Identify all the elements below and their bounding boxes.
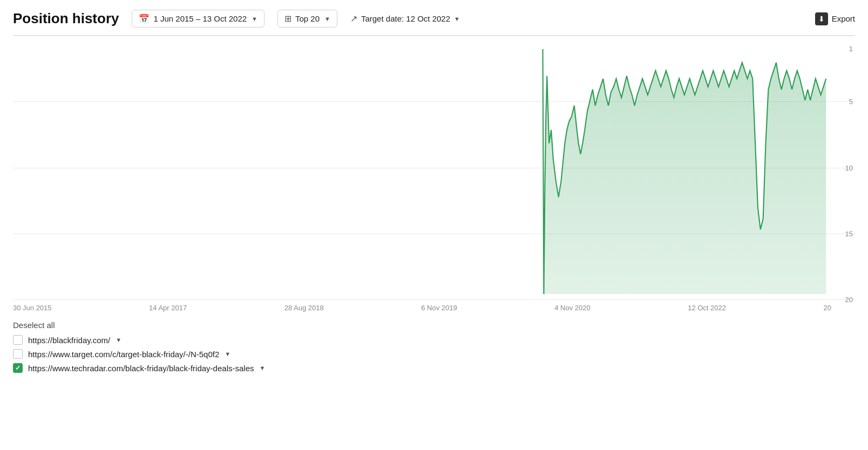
- export-label: Export: [832, 14, 855, 23]
- url-item-3: https://www.techradar.com/black-friday/b…: [13, 363, 855, 373]
- target-date-caret: ▼: [454, 16, 460, 22]
- top-caret: ▼: [324, 16, 330, 22]
- y-axis: 1 5 10 15 20: [831, 36, 855, 299]
- url-checkbox-2[interactable]: [13, 349, 23, 359]
- date-range-picker[interactable]: 📅 1 Jun 2015 – 13 Oct 2022 ▼: [132, 10, 265, 28]
- url-caret-3[interactable]: ▼: [260, 365, 266, 371]
- chart-area: 1 5 10 15 20: [13, 35, 855, 299]
- target-date-label: Target date: 12 Oct 2022: [361, 14, 450, 23]
- x-label-5: 4 Nov 2020: [554, 304, 591, 312]
- trend-icon: ↗: [350, 13, 357, 24]
- legend-section: Deselect all https://blackfriday.com/ ▼ …: [13, 321, 855, 373]
- grid-icon: ⊞: [284, 13, 291, 24]
- top-filter[interactable]: ⊞ Top 20 ▼: [277, 10, 337, 28]
- url-checkbox-1[interactable]: [13, 335, 23, 345]
- x-label-7: 20: [823, 304, 831, 312]
- url-item-1: https://blackfriday.com/ ▼: [13, 335, 855, 345]
- y-label-5: 5: [849, 98, 853, 106]
- x-label-4: 6 Nov 2019: [421, 304, 457, 312]
- target-date-control[interactable]: ↗ Target date: 12 Oct 2022 ▼: [350, 13, 460, 24]
- url-caret-2[interactable]: ▼: [225, 351, 230, 357]
- y-label-10: 10: [845, 163, 853, 172]
- deselect-all-button[interactable]: Deselect all: [13, 321, 55, 330]
- x-axis: 30 Jun 2015 14 Apr 2017 28 Aug 2018 6 No…: [13, 299, 855, 312]
- y-label-20: 20: [845, 296, 853, 304]
- date-range-label: 1 Jun 2015 – 13 Oct 2022: [153, 14, 247, 23]
- x-label-6: 12 Oct 2022: [688, 304, 726, 312]
- top-label: Top 20: [295, 14, 320, 23]
- url-item-2: https://www.target.com/c/target-black-fr…: [13, 349, 855, 359]
- export-icon: ⬇: [815, 12, 828, 25]
- url-text-1[interactable]: https://blackfriday.com/: [28, 336, 110, 345]
- chart-header: Position history 📅 1 Jun 2015 – 13 Oct 2…: [13, 10, 855, 28]
- url-text-2[interactable]: https://www.target.com/c/target-black-fr…: [28, 350, 219, 359]
- chart-fill: [543, 49, 826, 294]
- date-range-caret: ▼: [252, 16, 257, 22]
- x-label-1: 30 Jun 2015: [13, 304, 52, 312]
- url-caret-1[interactable]: ▼: [116, 337, 121, 343]
- url-checkbox-3[interactable]: [13, 363, 23, 373]
- url-text-3[interactable]: https://www.techradar.com/black-friday/b…: [28, 364, 254, 373]
- page-title: Position history: [13, 10, 119, 27]
- y-label-15: 15: [845, 229, 853, 237]
- export-button[interactable]: ⬇ Export: [815, 12, 855, 25]
- y-label-1: 1: [849, 45, 853, 53]
- position-chart: [13, 36, 831, 299]
- x-label-2: 14 Apr 2017: [149, 304, 187, 312]
- x-label-3: 28 Aug 2018: [284, 304, 324, 312]
- grid-line-bottom: [13, 299, 855, 300]
- calendar-icon: 📅: [139, 13, 150, 24]
